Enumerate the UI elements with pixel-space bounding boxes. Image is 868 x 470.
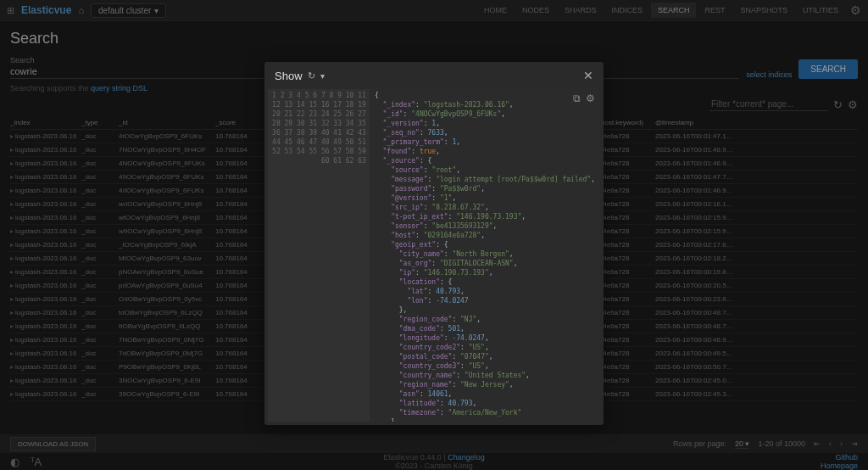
gear-icon[interactable]: ⚙ [586,92,595,104]
close-icon[interactable]: ✕ [583,69,593,82]
chevron-down-icon[interactable]: ▾ [320,71,325,81]
json-viewer: ⧉ ⚙ 1 2 3 4 5 6 7 8 9 10 11 12 13 14 15 … [268,89,600,422]
modal-overlay[interactable]: Show ↻ ▾ ✕ ⧉ ⚙ 1 2 3 4 5 6 7 8 9 10 11 1… [0,0,868,470]
show-modal: Show ↻ ▾ ✕ ⧉ ⚙ 1 2 3 4 5 6 7 8 9 10 11 1… [264,62,604,425]
reload-icon[interactable]: ↻ [308,70,315,81]
modal-title: Show [275,70,303,82]
copy-icon[interactable]: ⧉ [573,92,581,104]
json-code[interactable]: 1 2 3 4 5 6 7 8 9 10 11 12 13 14 15 16 1… [268,89,600,422]
